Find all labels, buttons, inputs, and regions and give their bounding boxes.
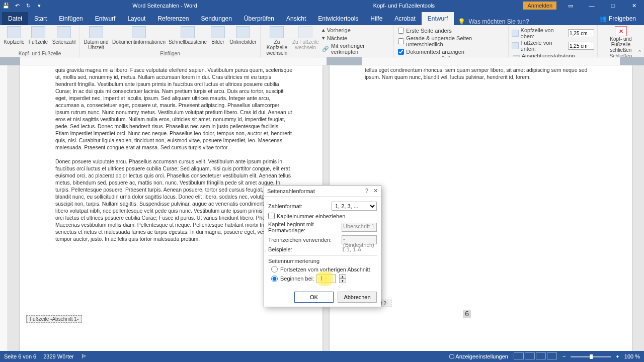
quick-parts-button[interactable]: Schnellbausteine [169, 26, 207, 45]
share-button[interactable]: 👥 Freigeben [593, 12, 642, 25]
body-paragraph: tellus eget condimentum rhoncus, sem qua… [365, 66, 603, 80]
group-insert: Datum und Uhrzeit Dokumentinformationen … [80, 25, 261, 57]
context-tools-title: Kopf- und Fußzeilentools [284, 3, 523, 9]
pictures-button[interactable]: Bilder [209, 26, 227, 45]
examples-label: Beispiele: [268, 246, 339, 252]
goto-header-label: Zu Kopfzeile wechseln [264, 39, 290, 56]
dialog-help-icon[interactable]: ? [365, 188, 368, 194]
ok-button[interactable]: OK [294, 292, 334, 303]
group-header-footer-label: Kopf- und Fußzeile [3, 50, 76, 57]
tab-insert[interactable]: Einfügen [53, 12, 89, 25]
tab-help[interactable]: Hilfe [364, 12, 388, 25]
share-label: Freigeben [609, 15, 636, 22]
pagenum-label: Seitenzahl [52, 39, 76, 45]
group-header-footer: Kopfzeile Fußzeile Seitenzahl Kopf- und … [0, 25, 80, 57]
goto-footer-button: Zu Fußzeile wechseln [292, 26, 319, 50]
previous-button[interactable]: ▴Vorherige [321, 26, 391, 34]
spin-down-button[interactable]: ▾ [339, 279, 346, 283]
vertical-ruler[interactable] [0, 65, 8, 354]
page-number-button[interactable]: Seitenzahl [51, 26, 76, 45]
footer-position-icon [512, 42, 518, 49]
header-from-top-input[interactable] [568, 29, 594, 37]
pictures-label: Bilder [211, 39, 224, 45]
cancel-button[interactable]: Abbrechen [338, 292, 377, 303]
goto-header-button[interactable]: Zu Kopfzeile wechseln [264, 26, 290, 56]
status-word-count[interactable]: 2329 Wörter [43, 353, 74, 359]
tell-me-search[interactable]: 💡 Was möchten Sie tun? [454, 18, 533, 25]
separator-label: Trennzeichen verwenden: [268, 237, 339, 243]
undo-icon[interactable]: ↶ [13, 2, 21, 10]
document-title: Word Seitenzahlen - Word [45, 3, 284, 9]
footer-from-bottom-field[interactable]: Fußzeile von unten: [512, 40, 594, 52]
tab-view[interactable]: Ansicht [280, 12, 312, 25]
include-chapter-checkbox[interactable]: Kapitelnummer einbeziehen [268, 213, 377, 219]
tab-review[interactable]: Überprüfen [238, 12, 280, 25]
continue-previous-radio[interactable]: Fortsetzen vom vorherigen Abschnitt [271, 266, 377, 273]
start-at-input[interactable] [316, 274, 336, 283]
tab-developer[interactable]: Entwicklertools [312, 12, 364, 25]
tab-mailings[interactable]: Sendungen [195, 12, 238, 25]
tab-header-footer-design[interactable]: Entwurf [422, 12, 454, 25]
horizontal-ruler[interactable] [0, 57, 644, 65]
save-icon[interactable]: 💾 [2, 2, 10, 10]
different-first-page-label: Erste Seite anders [406, 28, 452, 34]
ribbon-display-options-icon[interactable]: ▭ [560, 0, 581, 11]
doc-info-button[interactable]: Dokumentinformationen [111, 26, 167, 45]
header-label: Kopfzeile [4, 39, 24, 45]
next-button[interactable]: ▾Nächste [321, 34, 391, 42]
display-settings-button[interactable]: 🖵 Anzeigeeinstellungen [449, 353, 508, 359]
start-at-radio[interactable]: Beginnen bei: I ▴ ▾ [271, 274, 377, 283]
footer-section-tab[interactable]: Fußzeile -Abschnitt 1- [26, 315, 82, 323]
collapse-ribbon-icon[interactable]: ⌃ [637, 49, 642, 56]
doc-info-label: Dokumentinformationen [112, 39, 166, 45]
zoom-slider[interactable] [571, 356, 611, 357]
footer-from-bottom-label: Fußzeile von unten: [521, 40, 566, 52]
tab-start[interactable]: Start [28, 12, 53, 25]
chapter-style-select: Überschrift 1 [342, 223, 377, 232]
redo-icon[interactable]: ↻ [24, 2, 32, 10]
date-time-button[interactable]: Datum und Uhrzeit [83, 26, 109, 50]
header-from-top-label: Kopfzeile von oben: [521, 27, 566, 39]
online-pictures-button[interactable]: Onlinebilder [229, 26, 257, 45]
tab-design[interactable]: Entwurf [89, 12, 122, 25]
tab-acrobat[interactable]: Acrobat [388, 12, 421, 25]
different-odd-even-checkbox[interactable]: Gerade & ungerade Seiten unterschiedlich [397, 35, 505, 48]
close-icon[interactable]: ✕ [624, 0, 644, 11]
status-language-icon[interactable]: 🏳 [81, 353, 87, 359]
date-time-label: Datum und Uhrzeit [83, 39, 109, 50]
quick-parts-label: Schnellbausteine [169, 39, 207, 45]
show-doc-text-checkbox[interactable]: Dokumenttext anzeigen [397, 48, 505, 55]
status-page[interactable]: Seite 6 von 6 [4, 353, 36, 359]
different-odd-even-label: Gerade & ungerade Seiten unterschiedlich [406, 35, 504, 47]
close-header-footer-button[interactable]: ✕ Kopf- und Fußzeile schließen [601, 26, 641, 53]
zoom-out-button[interactable]: − [562, 353, 566, 359]
goto-footer-label: Zu Fußzeile wechseln [292, 39, 319, 50]
tell-me-placeholder: Was möchten Sie tun? [468, 18, 529, 25]
different-first-page-checkbox[interactable]: Erste Seite anders [397, 27, 505, 34]
tab-layout[interactable]: Layout [121, 12, 151, 25]
spin-up-button[interactable]: ▴ [339, 274, 346, 279]
zoom-level[interactable]: 100 % [624, 353, 640, 359]
link-previous-button[interactable]: 🔗Mit vorheriger verknüpfen [321, 42, 391, 55]
qat-customize-icon[interactable]: ▾ [35, 2, 43, 10]
minimize-icon[interactable]: — [582, 0, 602, 11]
footer-from-bottom-input[interactable] [568, 42, 594, 50]
tab-references[interactable]: Referenzen [151, 12, 195, 25]
number-format-select[interactable]: 1, 2, 3, ... [332, 202, 377, 211]
page-number-field[interactable]: 6 [463, 310, 471, 318]
view-mode-buttons[interactable] [513, 352, 557, 360]
close-box-icon: ✕ [615, 26, 627, 36]
zoom-in-button[interactable]: + [616, 353, 619, 359]
footer-button[interactable]: Fußzeile [27, 26, 49, 45]
tab-file[interactable]: Datei [2, 12, 28, 25]
header-position-icon [512, 30, 518, 37]
group-position: Kopfzeile von oben: Fußzeile von unten: … [509, 25, 598, 57]
header-from-top-field[interactable]: Kopfzeile von oben: [512, 27, 594, 39]
maximize-icon[interactable]: □ [603, 0, 623, 11]
sign-in-button[interactable]: Anmelden [523, 2, 556, 10]
display-settings-label: Anzeigeeinstellungen [455, 353, 508, 359]
show-doc-text-label: Dokumenttext anzeigen [406, 49, 464, 55]
header-button[interactable]: Kopfzeile [3, 26, 25, 45]
dialog-close-icon[interactable]: ✕ [373, 188, 378, 194]
link-previous-label: Mit vorheriger verknüpfen [331, 43, 390, 55]
